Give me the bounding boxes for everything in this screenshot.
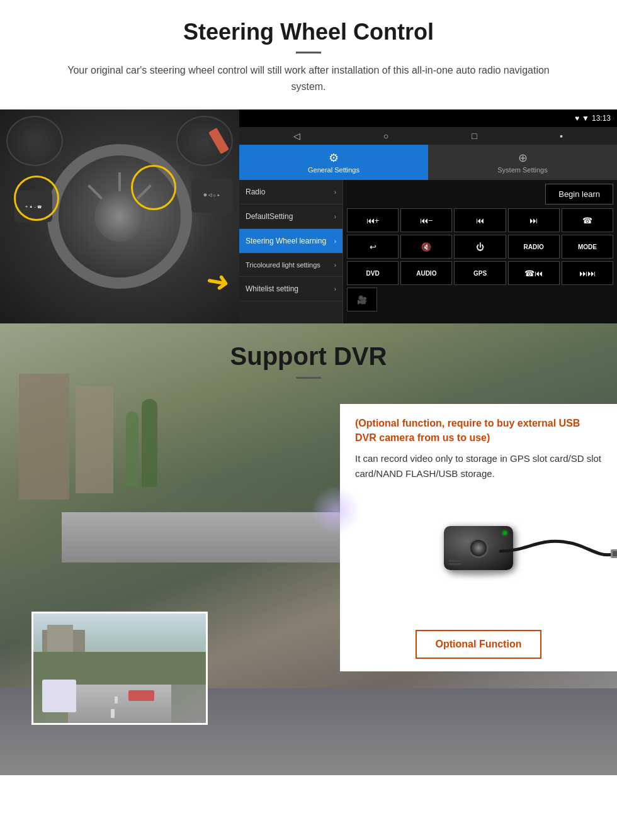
steering-wheel-image: + ▲ - ☎ ⊕ ◁ ○ + ➜ (0, 109, 239, 323)
ctrl-btn-vol-up[interactable]: ⏮+ (347, 208, 399, 232)
steering-subtitle: Your original car's steering wheel contr… (50, 62, 567, 94)
settings-tabs: ⚙ General Settings ⊕ System Settings (239, 145, 617, 180)
ctrl-row-3: DVD AUDIO GPS ☎⏮ ⏭⏭ (347, 261, 613, 285)
highlight-right (131, 165, 176, 210)
ctrl-btn-radio[interactable]: RADIO (508, 235, 560, 259)
android-navbar: ◁ ○ □ ▪ (239, 127, 617, 145)
ctrl-btn-mode[interactable]: MODE (562, 235, 613, 259)
tab-general-settings[interactable]: ⚙ General Settings (239, 145, 428, 180)
status-time: 13:13 (592, 114, 611, 123)
dvr-thumbnail (31, 612, 208, 725)
general-settings-icon: ⚙ (329, 151, 339, 165)
dvr-title: Support DVR (13, 342, 604, 371)
system-settings-icon: ⊕ (518, 151, 528, 165)
menu-default-label: DefaultSetting (246, 212, 293, 221)
ctrl-btn-next2[interactable]: ⏭⏭ (562, 261, 613, 285)
ctrl-btn-prev[interactable]: ⏮ (454, 208, 506, 232)
dvr-optional-text: (Optional function, require to buy exter… (355, 417, 602, 445)
dvr-content: (Optional function, require to buy exter… (0, 404, 617, 750)
ctrl-btn-vol-down[interactable]: ⏮− (400, 208, 452, 232)
menu-tricoloured-arrow: › (334, 262, 336, 269)
menu-steering-arrow: › (334, 238, 336, 245)
steering-section-header: Steering Wheel Control Your original car… (0, 0, 617, 101)
wifi-icon: ▼ (582, 114, 589, 123)
control-area: Begin learn ⏮+ ⏮− ⏮ ⏭ ☎ ↩ 🔇 ⏻ RADIO MODE (343, 180, 617, 323)
optional-function-button[interactable]: Optional Function (416, 630, 542, 659)
menu-controls-area: Radio › DefaultSetting › Steering Wheel … (239, 180, 617, 323)
back-nav-icon[interactable]: ◁ (293, 131, 300, 141)
menu-nav-icon[interactable]: ▪ (560, 131, 563, 141)
system-settings-label: System Settings (497, 166, 547, 174)
ctrl-btn-record[interactable]: 🎥 (347, 288, 377, 311)
ctrl-row-1: ⏮+ ⏮− ⏮ ⏭ ☎ (347, 208, 613, 232)
yellow-arrow: ➜ (203, 263, 233, 300)
menu-whitelist-label: Whitelist setting (246, 284, 298, 293)
right-button-cluster: ⊕ ◁ ○ + (191, 178, 232, 213)
steering-title: Steering Wheel Control (38, 19, 579, 45)
dvr-left-panel (0, 404, 340, 750)
menu-tricoloured-label: Tricoloured light settings (246, 261, 320, 269)
menu-item-tricoloured[interactable]: Tricoloured light settings › (239, 254, 342, 277)
svg-rect-1 (613, 551, 617, 556)
ctrl-btn-gps[interactable]: GPS (454, 261, 506, 285)
dvr-section: Support DVR (0, 323, 617, 775)
dvr-camera-body (444, 526, 513, 570)
ctrl-btn-back[interactable]: ↩ (347, 235, 399, 259)
android-statusbar: ♥ ▼ 13:13 (239, 109, 617, 127)
home-nav-icon[interactable]: ○ (383, 131, 388, 141)
menu-whitelist-arrow: › (334, 286, 336, 293)
light-beam (311, 485, 361, 535)
highlight-left (14, 176, 59, 221)
menu-item-radio[interactable]: Radio › (239, 180, 342, 204)
ctrl-btn-power[interactable]: ⏻ (454, 235, 506, 259)
menu-steering-label: Steering Wheel learning (246, 237, 326, 245)
dvr-desc-text: It can record video only to storage in G… (355, 451, 602, 481)
android-panel: ♥ ▼ 13:13 ◁ ○ □ ▪ ⚙ General Settings ⊕ S… (239, 109, 617, 323)
ctrl-btn-mute[interactable]: 🔇 (400, 235, 452, 259)
menu-list: Radio › DefaultSetting › Steering Wheel … (239, 180, 343, 323)
begin-learn-row: Begin learn (347, 184, 613, 204)
menu-item-steering[interactable]: Steering Wheel learning › (239, 229, 342, 254)
ctrl-row-2: ↩ 🔇 ⏻ RADIO MODE (347, 235, 613, 259)
dvr-info-box: (Optional function, require to buy exter… (340, 404, 617, 671)
begin-learn-button[interactable]: Begin learn (545, 184, 613, 204)
ctrl-btn-next[interactable]: ⏭ (508, 208, 560, 232)
ctrl-btn-dvd[interactable]: DVD (347, 261, 399, 285)
menu-radio-arrow: › (334, 189, 336, 196)
menu-radio-label: Radio (246, 188, 265, 196)
dvr-camera-area (355, 491, 602, 605)
ctrl-row-4: 🎥 (347, 288, 613, 311)
general-settings-label: General Settings (308, 166, 359, 174)
ctrl-btn-phone[interactable]: ☎ (562, 208, 613, 232)
menu-item-default[interactable]: DefaultSetting › (239, 204, 342, 229)
tab-system-settings[interactable]: ⊕ System Settings (428, 145, 617, 180)
menu-item-whitelist[interactable]: Whitelist setting › (239, 277, 342, 301)
dvr-right-panel: (Optional function, require to buy exter… (340, 404, 617, 750)
recents-nav-icon[interactable]: □ (472, 131, 477, 141)
ctrl-btn-audio[interactable]: AUDIO (400, 261, 452, 285)
dvr-divider (296, 377, 321, 379)
title-divider (296, 52, 321, 53)
dvr-bottom-spacer (0, 750, 617, 775)
steering-demo-area: + ▲ - ☎ ⊕ ◁ ○ + ➜ ♥ ▼ 13:13 (0, 109, 617, 323)
signal-icon: ♥ (575, 114, 579, 123)
menu-default-arrow: › (334, 213, 336, 220)
ctrl-btn-prev2[interactable]: ☎⏮ (508, 261, 560, 285)
dvr-header: Support DVR (0, 323, 617, 391)
